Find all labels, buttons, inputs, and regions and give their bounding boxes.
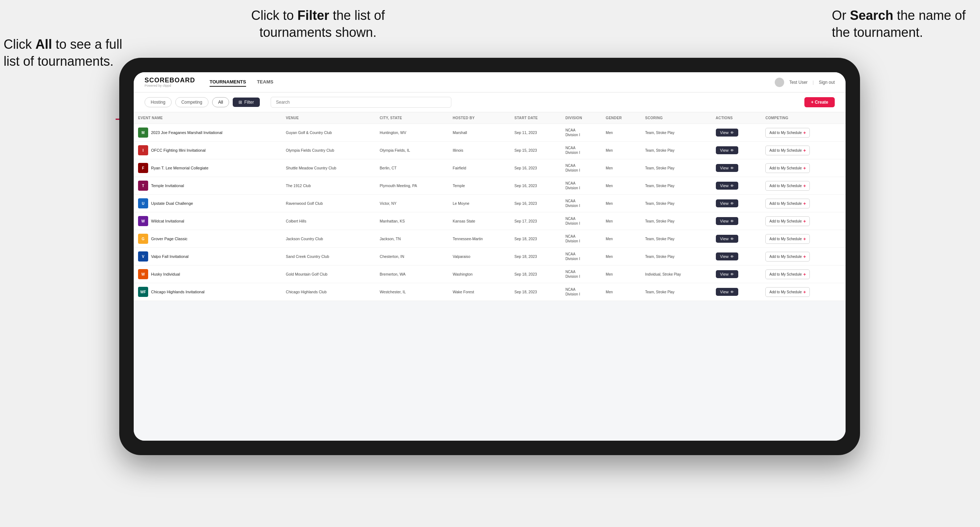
view-button-8[interactable]: View 👁 bbox=[716, 270, 738, 278]
user-avatar bbox=[775, 78, 784, 87]
cell-venue-5: Colbert Hills bbox=[282, 213, 375, 230]
table-row: G Grover Page Classic Jackson Country Cl… bbox=[134, 230, 846, 248]
add-schedule-button-5[interactable]: Add to My Schedule + bbox=[765, 216, 810, 226]
table-row: W Wildcat Invitational Colbert Hills Man… bbox=[134, 213, 846, 230]
view-button-1[interactable]: View 👁 bbox=[716, 146, 738, 154]
view-button-2[interactable]: View 👁 bbox=[716, 164, 738, 172]
cell-venue-2: Shuttle Meadow Country Club bbox=[282, 159, 375, 177]
header-divider: | bbox=[813, 80, 814, 85]
annotation-search: Or Search the name of the tournament. bbox=[832, 7, 969, 41]
add-schedule-button-6[interactable]: Add to My Schedule + bbox=[765, 234, 810, 244]
tab-all[interactable]: All bbox=[212, 97, 229, 107]
cell-scoring-0: Team, Stroke Play bbox=[641, 124, 711, 141]
cell-gender-7: Men bbox=[601, 248, 641, 265]
cell-competing-0: Add to My Schedule + bbox=[761, 124, 846, 141]
eye-icon-5: 👁 bbox=[730, 219, 734, 223]
tab-hosting[interactable]: Hosting bbox=[145, 97, 172, 107]
cell-event-name-5: W Wildcat Invitational bbox=[134, 213, 282, 230]
view-button-3[interactable]: View 👁 bbox=[716, 182, 738, 190]
plus-icon-1: + bbox=[803, 148, 806, 153]
cell-scoring-5: Team, Stroke Play bbox=[641, 213, 711, 230]
cell-actions-8: View 👁 bbox=[711, 265, 761, 283]
view-button-7[interactable]: View 👁 bbox=[716, 252, 738, 260]
view-button-5[interactable]: View 👁 bbox=[716, 217, 738, 225]
view-button-0[interactable]: View 👁 bbox=[716, 129, 738, 137]
app-header: SCOREBOARD Powered by clippd TOURNAMENTS… bbox=[134, 72, 846, 92]
cell-actions-6: View 👁 bbox=[711, 230, 761, 248]
event-name-text-6: Grover Page Classic bbox=[151, 237, 188, 241]
add-schedule-button-3[interactable]: Add to My Schedule + bbox=[765, 181, 810, 191]
cell-hosted-0: Marshall bbox=[449, 124, 510, 141]
nav-teams[interactable]: TEAMS bbox=[257, 78, 274, 87]
col-hosted-by: HOSTED BY bbox=[449, 112, 510, 124]
cell-actions-5: View 👁 bbox=[711, 213, 761, 230]
event-name-text-8: Husky Individual bbox=[151, 272, 180, 276]
cell-city-2: Berlin, CT bbox=[375, 159, 449, 177]
cell-division-4: NCAADivision I bbox=[561, 195, 602, 213]
cell-date-1: Sep 15, 2023 bbox=[510, 141, 561, 159]
tab-competing[interactable]: Competing bbox=[175, 97, 208, 107]
plus-icon-9: + bbox=[803, 289, 806, 295]
cell-hosted-5: Kansas State bbox=[449, 213, 510, 230]
cell-actions-0: View 👁 bbox=[711, 124, 761, 141]
search-input[interactable] bbox=[270, 97, 451, 108]
table-row: V Valpo Fall Invitational Sand Creek Cou… bbox=[134, 248, 846, 265]
cell-event-name-8: W Husky Individual bbox=[134, 265, 282, 283]
col-event-name: EVENT NAME bbox=[134, 112, 282, 124]
cell-gender-5: Men bbox=[601, 213, 641, 230]
eye-icon-6: 👁 bbox=[730, 237, 734, 241]
team-logo-4: U bbox=[138, 198, 148, 208]
team-logo-8: W bbox=[138, 269, 148, 279]
cell-competing-9: Add to My Schedule + bbox=[761, 283, 846, 301]
add-schedule-button-1[interactable]: Add to My Schedule + bbox=[765, 146, 810, 155]
cell-division-6: NCAADivision I bbox=[561, 230, 602, 248]
cell-date-0: Sep 11, 2023 bbox=[510, 124, 561, 141]
logo-area: SCOREBOARD Powered by clippd bbox=[145, 77, 195, 87]
create-button[interactable]: + Create bbox=[804, 97, 835, 107]
plus-icon-7: + bbox=[803, 254, 806, 259]
add-schedule-button-8[interactable]: Add to My Schedule + bbox=[765, 270, 810, 279]
col-city-state: CITY, STATE bbox=[375, 112, 449, 124]
event-name-text-9: Chicago Highlands Invitational bbox=[151, 290, 205, 294]
cell-date-6: Sep 18, 2023 bbox=[510, 230, 561, 248]
plus-icon-0: + bbox=[803, 130, 806, 135]
cell-city-9: Westchester, IL bbox=[375, 283, 449, 301]
plus-icon-8: + bbox=[803, 271, 806, 277]
table-container: EVENT NAME VENUE CITY, STATE HOSTED BY S… bbox=[134, 112, 846, 441]
tablet-frame: SCOREBOARD Powered by clippd TOURNAMENTS… bbox=[119, 58, 860, 455]
cell-venue-9: Chicago Highlands Club bbox=[282, 283, 375, 301]
view-button-6[interactable]: View 👁 bbox=[716, 235, 738, 243]
cell-venue-7: Sand Creek Country Club bbox=[282, 248, 375, 265]
eye-icon-2: 👁 bbox=[730, 166, 734, 170]
team-logo-2: F bbox=[138, 163, 148, 173]
table-row: WF Chicago Highlands Invitational Chicag… bbox=[134, 283, 846, 301]
event-name-text-2: Ryan T. Lee Memorial Collegiate bbox=[151, 166, 208, 170]
add-schedule-button-7[interactable]: Add to My Schedule + bbox=[765, 252, 810, 262]
sign-out-link[interactable]: Sign out bbox=[819, 80, 835, 85]
add-schedule-button-2[interactable]: Add to My Schedule + bbox=[765, 163, 810, 173]
cell-division-9: NCAADivision I bbox=[561, 283, 602, 301]
team-logo-9: WF bbox=[138, 287, 148, 297]
cell-city-0: Huntington, WV bbox=[375, 124, 449, 141]
view-button-4[interactable]: View 👁 bbox=[716, 199, 738, 207]
cell-event-name-2: F Ryan T. Lee Memorial Collegiate bbox=[134, 159, 282, 177]
view-button-9[interactable]: View 👁 bbox=[716, 288, 738, 296]
table-row: W Husky Individual Gold Mountain Golf Cl… bbox=[134, 265, 846, 283]
cell-city-5: Manhattan, KS bbox=[375, 213, 449, 230]
eye-icon-4: 👁 bbox=[730, 202, 734, 206]
eye-icon-7: 👁 bbox=[730, 255, 734, 259]
cell-gender-1: Men bbox=[601, 141, 641, 159]
tablet-screen: SCOREBOARD Powered by clippd TOURNAMENTS… bbox=[134, 72, 846, 441]
add-schedule-button-4[interactable]: Add to My Schedule + bbox=[765, 198, 810, 208]
cell-city-6: Jackson, TN bbox=[375, 230, 449, 248]
filter-button[interactable]: ⊞ Filter bbox=[233, 97, 260, 107]
add-schedule-button-9[interactable]: Add to My Schedule + bbox=[765, 287, 810, 297]
cell-venue-3: The 1912 Club bbox=[282, 177, 375, 195]
add-schedule-button-0[interactable]: Add to My Schedule + bbox=[765, 128, 810, 138]
cell-division-1: NCAADivision I bbox=[561, 141, 602, 159]
cell-venue-8: Gold Mountain Golf Club bbox=[282, 265, 375, 283]
cell-gender-6: Men bbox=[601, 230, 641, 248]
cell-scoring-6: Team, Stroke Play bbox=[641, 230, 711, 248]
plus-icon-6: + bbox=[803, 236, 806, 242]
nav-tournaments[interactable]: TOURNAMENTS bbox=[210, 78, 246, 87]
